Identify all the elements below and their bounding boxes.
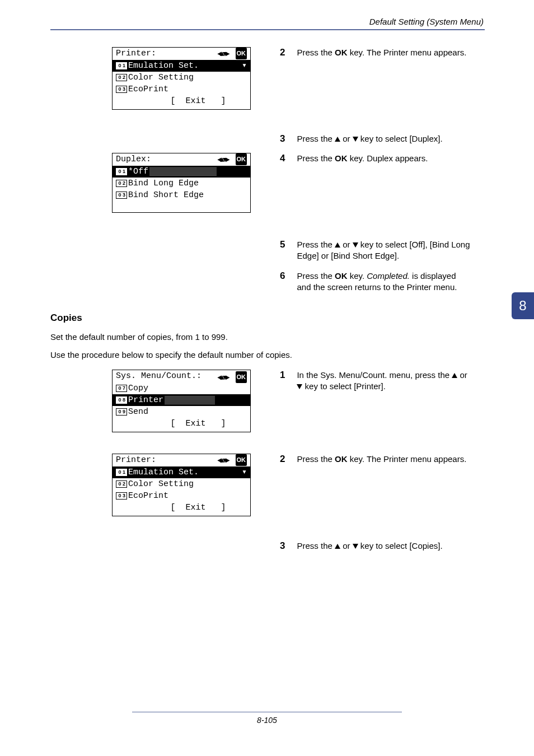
lcd-duplex-title: Duplex: xyxy=(113,155,151,164)
lcd-printer2-title: Printer: xyxy=(113,455,156,465)
lcd-duplex-icons: ◄▲▼► OK xyxy=(217,153,247,166)
lcd-row: 0 2Bind Long Edge xyxy=(113,178,250,189)
lcd-duplex: Duplex: ◄▲▼► OK 0 1*Off 0 2Bind Long Edg… xyxy=(112,153,251,213)
body-text: Use the procedure below to specify the d… xyxy=(50,349,476,361)
up-arrow-icon xyxy=(335,137,340,142)
step-text: Press the OK key. Duplex appears. xyxy=(297,153,470,164)
step-text: Press the or key to select [Duplex]. xyxy=(297,133,470,144)
lcd-softkey: [ Exit ] xyxy=(113,418,250,430)
lcd-row: 0 3EcoPrint xyxy=(113,83,250,95)
lcd-row: 0 2Color Setting xyxy=(113,478,250,490)
lcd-row: 0 9Send xyxy=(113,406,250,418)
nav-cross-icon: ◄▲▼► xyxy=(217,455,228,466)
step-text: In the Sys. Menu/Count. menu, press the … xyxy=(297,370,470,392)
lcd-printer: Printer: ◄▲▼► OK 0 1Emulation Set.▾ 0 2C… xyxy=(112,47,251,110)
footer-rule xyxy=(132,712,402,712)
step-number: 4 xyxy=(280,153,294,164)
lcd-printer2-icons: ◄▲▼► OK xyxy=(217,454,247,466)
ok-icon: OK xyxy=(236,153,247,165)
step-text: Press the OK key. The Printer menu appea… xyxy=(297,454,470,465)
nav-cross-icon: ◄▲▼► xyxy=(217,154,228,166)
lcd-row: 0 1Emulation Set.▾ xyxy=(113,466,250,478)
lcd-row: 0 3Bind Short Edge xyxy=(113,189,250,201)
header-rule xyxy=(50,29,485,30)
down-arrow-icon xyxy=(353,242,358,248)
page-number: 8-105 xyxy=(0,716,534,725)
up-arrow-icon xyxy=(335,544,340,549)
lcd-softkey: [ Exit ] xyxy=(113,502,250,514)
ok-icon: OK xyxy=(236,371,247,383)
step-text: Press the or key to select [Copies]. xyxy=(297,540,470,552)
lcd-printer-icons: ◄▲▼► OK xyxy=(217,48,247,60)
ok-icon: OK xyxy=(236,454,247,466)
lcd-printer-2: Printer: ◄▲▼► OK 0 1Emulation Set.▾ 0 2C… xyxy=(112,454,251,516)
chapter-tab: 8 xyxy=(512,292,534,319)
lcd-row: 0 1*Off xyxy=(113,166,250,178)
step-text: Press the OK key. The Printer menu appea… xyxy=(297,47,470,58)
step-number: 2 xyxy=(280,47,294,58)
lcd-row: 0 8Printer xyxy=(113,394,250,406)
lcd-softkey: [ Exit ] xyxy=(113,95,250,107)
up-arrow-icon xyxy=(335,242,340,248)
step-number: 6 xyxy=(280,270,294,282)
step-number: 5 xyxy=(280,239,294,250)
step-number: 3 xyxy=(280,540,294,552)
down-arrow-icon xyxy=(353,137,358,142)
lcd-printer-title: Printer: xyxy=(113,49,156,58)
lcd-row: 0 3EcoPrint xyxy=(113,490,250,502)
lcd-sysmenu-icons: ◄▲▼► OK xyxy=(217,371,247,384)
lcd-sysmenu: Sys. Menu/Count.: ◄▲▼► OK 0 7Copy 0 8Pri… xyxy=(112,370,251,432)
lcd-row: 0 7Copy xyxy=(113,382,250,394)
lcd-row: 0 1Emulation Set.▾ xyxy=(113,60,250,72)
step-number: 1 xyxy=(280,370,294,381)
up-arrow-icon xyxy=(452,373,457,378)
nav-cross-icon: ◄▲▼► xyxy=(217,372,228,384)
down-arrow-icon xyxy=(353,544,358,549)
lcd-sysmenu-title: Sys. Menu/Count.: xyxy=(113,371,202,381)
lcd-row: 0 2Color Setting xyxy=(113,72,250,83)
step-text: Press the OK key. Completed. is displaye… xyxy=(297,270,470,293)
nav-cross-icon: ◄▲▼► xyxy=(217,48,228,60)
body-text: Set the default number of copies, from 1… xyxy=(50,332,476,343)
step-text: Press the or key to select [Off], [Bind … xyxy=(297,239,470,262)
running-header: Default Setting (System Menu) xyxy=(369,17,484,26)
step-number: 3 xyxy=(280,133,294,144)
section-heading-copies: Copies xyxy=(50,312,82,324)
ok-icon: OK xyxy=(236,48,247,59)
down-arrow-icon xyxy=(297,384,302,389)
step-number: 2 xyxy=(280,454,294,465)
